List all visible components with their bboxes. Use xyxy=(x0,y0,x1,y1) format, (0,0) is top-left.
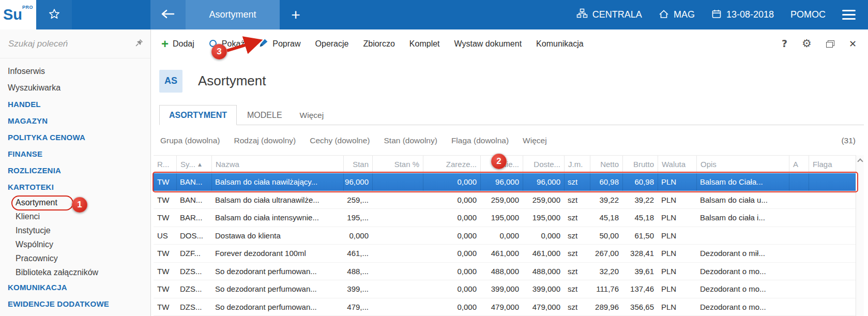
table-scrollbar[interactable] xyxy=(856,155,864,316)
cell-dost: 195,000 xyxy=(523,209,564,227)
column-header-flaga[interactable]: Flaga xyxy=(809,156,856,173)
filter-dropdown[interactable]: Flaga (dowolna) xyxy=(451,136,509,145)
close-icon[interactable] xyxy=(849,39,857,49)
column-header-nie[interactable]: Nie... xyxy=(480,156,523,173)
cell-nie: 488,000 xyxy=(480,263,523,280)
sidebar-item[interactable]: HANDEL xyxy=(0,96,150,113)
operations-menu[interactable]: Operacje xyxy=(315,39,349,49)
column-header-r[interactable]: R... xyxy=(154,156,176,173)
sidebar-item[interactable]: FINANSE xyxy=(0,146,150,162)
column-header-a[interactable]: A xyxy=(789,156,809,173)
cell-opis: Dezodorant o mo... xyxy=(696,298,789,316)
table-row[interactable]: TWDZS...So dezodorant perfumowan...479,.… xyxy=(154,298,864,316)
sidebar-item[interactable]: Instytucje xyxy=(0,223,150,237)
filter-dropdown[interactable]: Cechy (dowolne) xyxy=(310,136,370,145)
cell-waluta: PLN xyxy=(658,173,696,191)
kit-menu[interactable]: Komplet xyxy=(409,39,440,49)
sidebar-item[interactable]: Biblioteka załączników xyxy=(0,265,150,279)
sidebar-item[interactable]: Wspólnicy xyxy=(0,237,150,251)
cell-netto: 289,96 xyxy=(590,298,622,316)
favorites-button[interactable] xyxy=(36,0,72,29)
module-avatar: AS xyxy=(159,70,182,93)
column-header-brutto[interactable]: Brutto xyxy=(622,156,658,173)
table-row[interactable]: TWDZS...So dezodorant perfumowan...488,.… xyxy=(154,263,864,281)
branch-selector[interactable]: CENTRALA xyxy=(576,8,642,21)
cell-waluta: PLN xyxy=(658,209,696,227)
tab-modele[interactable]: MODELE xyxy=(237,106,293,125)
table-row[interactable]: TWDZF...Forever dezodorant 100ml461,...0… xyxy=(154,245,864,263)
table-row[interactable]: TWBAN...Balsam do ciała nawilżający...96… xyxy=(154,173,864,191)
search-input[interactable] xyxy=(8,39,135,49)
page-title: Asortyment xyxy=(198,73,266,89)
tab-bar: ASORTYMENT MODELE Więcej xyxy=(159,105,864,125)
column-header-stan_proc[interactable]: Stan % xyxy=(372,156,423,173)
column-header-netto[interactable]: Netto xyxy=(590,156,622,173)
sidebar-item[interactable]: POLITYKA CENOWA xyxy=(0,129,150,146)
cell-nazwa: Dostawa do klienta xyxy=(211,227,343,245)
warehouse-selector[interactable]: MAG xyxy=(659,9,695,21)
back-button[interactable] xyxy=(150,0,186,29)
show-button[interactable]: Pokaż xyxy=(209,39,245,49)
cell-brutto: 356,65 xyxy=(622,298,658,316)
filter-dropdown[interactable]: Stan (dowolny) xyxy=(384,136,437,145)
cell-flaga xyxy=(809,191,856,209)
sidebar-item[interactable]: Infoserwis xyxy=(0,63,150,80)
new-tab-button[interactable]: + xyxy=(280,0,312,29)
sidebar-item[interactable]: ROZLICZENIA xyxy=(0,162,150,179)
cell-jm: szt xyxy=(564,280,590,298)
gear-icon[interactable] xyxy=(802,38,812,49)
table-row[interactable]: TWBAR...Balsam do ciała intensywnie...19… xyxy=(154,209,864,227)
help-menu[interactable]: POMOC xyxy=(790,9,826,20)
sidebar-item[interactable]: EWIDENCJE DODATKOWE xyxy=(0,296,150,312)
column-header-zarez[interactable]: Zareze... xyxy=(423,156,480,173)
sidebar-item[interactable]: Pracownicy xyxy=(0,251,150,265)
sidebar-item[interactable]: KOMUNIKACJA xyxy=(0,279,150,296)
tab-wiecej[interactable]: Więcej xyxy=(293,106,331,125)
cell-a xyxy=(789,245,809,262)
table-row[interactable]: USDOS...Dostawa do klienta0,0000,0000,00… xyxy=(154,227,864,245)
cell-jm: szt xyxy=(564,263,590,280)
help-icon[interactable] xyxy=(782,39,787,49)
column-header-sym[interactable]: Sy... xyxy=(176,156,211,173)
table-row[interactable]: TWBAN...Balsam do ciała ultranawilże...2… xyxy=(154,191,864,209)
table-row[interactable]: TWDZS...So dezodorant perfumowan...399,.… xyxy=(154,280,864,298)
cell-r: TW xyxy=(154,173,176,191)
sidebar-item[interactable]: Asortyment xyxy=(0,195,150,209)
restore-window-icon[interactable] xyxy=(826,40,834,48)
filter-dropdown[interactable]: Grupa (dowolna) xyxy=(160,136,220,145)
sidebar-item[interactable]: Wyszukiwarka xyxy=(0,80,150,96)
sidebar-item[interactable]: MAGAZYN xyxy=(0,113,150,129)
date-selector[interactable]: 13-08-2018 xyxy=(711,9,774,21)
cell-a xyxy=(789,263,809,280)
back-arrow-icon xyxy=(160,9,176,21)
cell-sym: BAN... xyxy=(176,173,211,191)
issue-document-menu[interactable]: Wystaw dokument xyxy=(454,39,522,49)
cell-opis: Dezodorant o mo... xyxy=(696,263,789,280)
column-header-jm[interactable]: J.m. xyxy=(564,156,590,173)
sidebar-item[interactable]: KARTOTEKI xyxy=(0,179,150,195)
cell-a xyxy=(789,227,809,245)
bulk-menu[interactable]: Zbiorczo xyxy=(363,39,394,49)
filter-dropdown[interactable]: Rodzaj (dowolny) xyxy=(234,136,296,145)
add-button[interactable]: Dodaj xyxy=(161,39,194,49)
pin-icon[interactable] xyxy=(135,39,143,49)
column-header-nazwa[interactable]: Nazwa xyxy=(211,156,343,173)
page-header: AS Asortyment xyxy=(159,69,868,93)
topbar-status: CENTRALA MAG 13-08-2018 POMOC xyxy=(576,0,868,29)
cell-sym: BAR... xyxy=(176,209,211,227)
communication-menu[interactable]: Komunikacja xyxy=(536,39,584,49)
cell-stan_proc xyxy=(372,298,423,316)
hamburger-menu-icon[interactable] xyxy=(842,7,856,22)
column-header-dost[interactable]: Doste... xyxy=(523,156,564,173)
column-header-waluta[interactable]: Waluta xyxy=(658,156,696,173)
tab-asortyment[interactable]: ASORTYMENT xyxy=(159,105,237,125)
edit-button[interactable]: Popraw xyxy=(259,38,300,50)
cell-nie: 479,000 xyxy=(480,298,523,316)
open-tab-asortyment[interactable]: Asortyment xyxy=(186,0,280,29)
bulk-label: Zbiorczo xyxy=(363,39,394,49)
column-header-stan[interactable]: Stan xyxy=(343,156,372,173)
filter-dropdown[interactable]: Więcej xyxy=(523,136,547,145)
sidebar-item[interactable]: Klienci xyxy=(0,209,150,223)
column-header-opis[interactable]: Opis xyxy=(696,156,789,173)
cell-netto: 45,18 xyxy=(590,209,622,227)
